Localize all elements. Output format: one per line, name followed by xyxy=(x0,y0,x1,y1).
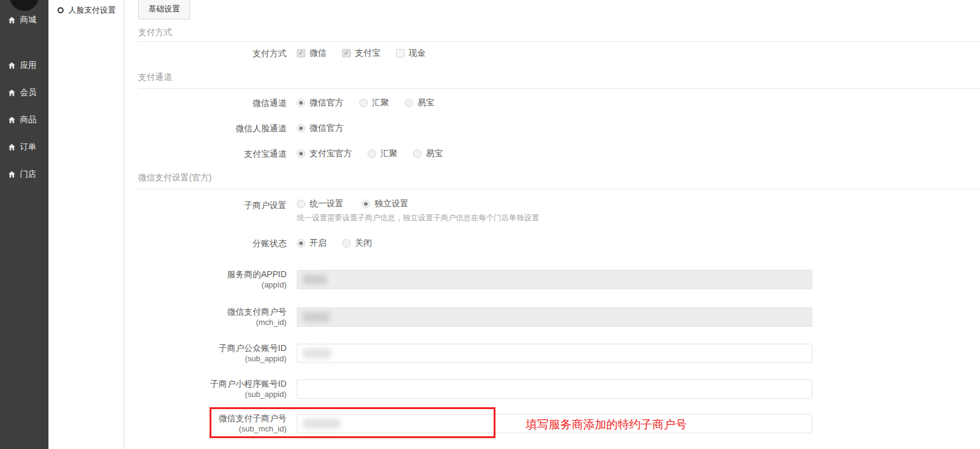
radio-unified-setting[interactable]: 统一设置 xyxy=(297,198,343,209)
home-icon xyxy=(8,171,16,179)
option-label: 支付宝 xyxy=(355,48,380,59)
section-title-wechat-official: 微信支付设置(官方) xyxy=(138,171,980,189)
option-label: 独立设置 xyxy=(374,198,408,209)
radio-yibao[interactable]: 易宝 xyxy=(413,148,443,159)
field-label: 微信支付商户号 (mch_id) xyxy=(138,306,297,328)
radio-alipay-official[interactable]: 支付宝官方 xyxy=(297,148,352,159)
field-key: (sub_appid) xyxy=(138,353,286,364)
option-label: 微信官方 xyxy=(310,97,343,108)
sidebar-item-goods[interactable]: 商品 xyxy=(0,114,48,126)
form-row-appid: 服务商的APPID (appId) xyxy=(138,269,980,290)
home-icon xyxy=(8,116,16,124)
home-icon xyxy=(8,143,16,151)
sidebar-item-mall[interactable]: 商城 xyxy=(0,14,48,26)
radio-selected-icon xyxy=(297,99,305,107)
radio-selected-icon xyxy=(362,200,370,208)
checkbox-wechat[interactable]: 微信 xyxy=(297,48,326,59)
app-root: 商城 应用 会员 商品 订单 门店 xyxy=(0,0,980,449)
option-label: 开启 xyxy=(310,238,326,249)
tab-basic-settings[interactable]: 基础设置 xyxy=(138,0,190,19)
field-label: 服务商的APPID (appId) xyxy=(138,269,297,290)
checkbox-cash[interactable]: 现金 xyxy=(396,48,426,59)
home-icon xyxy=(8,89,16,97)
option-label: 易宝 xyxy=(426,148,443,159)
option-label: 支付宝官方 xyxy=(310,148,352,159)
radio-huiju[interactable]: 汇聚 xyxy=(368,148,397,159)
primary-sidebar: 商城 应用 会员 商品 订单 门店 xyxy=(0,0,48,449)
option-label: 统一设置 xyxy=(310,198,343,209)
option-label: 关闭 xyxy=(355,238,372,249)
radio-yibao[interactable]: 易宝 xyxy=(405,97,434,108)
primary-nav: 商城 应用 会员 商品 订单 门店 xyxy=(0,0,48,180)
field-key: (mch_id) xyxy=(138,317,286,328)
form-row-split-status: 分账状态 开启 关闭 xyxy=(138,238,980,249)
radio-independent-setting[interactable]: 独立设置 xyxy=(362,198,408,209)
radio-unselected-icon xyxy=(342,239,351,247)
checkbox-unchecked-icon xyxy=(396,49,405,57)
field-key: (appId) xyxy=(138,280,286,290)
form-row-sub-appid-mini: 子商户小程序账号ID (sub_appid) xyxy=(138,378,980,400)
form-row-sub-mch-id: 微信支付子商户号 (sub_mch_id) 填写服务商添加的特约子商户号 xyxy=(138,413,980,434)
mch-id-input xyxy=(297,307,812,327)
field-label: 微信通道 xyxy=(138,97,297,108)
radio-wechat-official[interactable]: 微信官方 xyxy=(297,123,343,134)
option-label: 现金 xyxy=(409,48,426,59)
radio-unselected-icon xyxy=(297,200,305,208)
radio-unselected-icon xyxy=(413,149,422,158)
field-label: 子商户设置 xyxy=(138,198,297,211)
submenu-item-label: 人脸支付设置 xyxy=(68,5,116,16)
option-label: 微信 xyxy=(310,48,326,59)
sidebar-item-label: 门店 xyxy=(20,169,36,180)
sidebar-item-label: 会员 xyxy=(20,87,36,98)
home-icon xyxy=(8,16,16,24)
field-label: 子商户公众账号ID (sub_appid) xyxy=(138,342,297,364)
sub-appid-mp-input[interactable] xyxy=(297,344,812,363)
sidebar-item-label: 商城 xyxy=(20,15,36,25)
sidebar-item-stores[interactable]: 门店 xyxy=(0,168,48,180)
section-title-pay-method: 支付方式 xyxy=(138,26,980,42)
tab-bar: 基础设置 xyxy=(138,0,980,18)
sidebar-item-orders[interactable]: 订单 xyxy=(0,141,48,153)
radio-split-on[interactable]: 开启 xyxy=(297,238,326,249)
radio-unselected-icon xyxy=(359,99,368,107)
form-row-sub-appid-mp: 子商户公众账号ID (sub_appid) xyxy=(138,342,980,364)
radio-selected-icon xyxy=(297,124,305,133)
field-key: (sub_appid) xyxy=(138,389,286,400)
main-content: 基础设置 支付方式 支付方式 微信 支付宝 现金 支付通道 xyxy=(124,0,980,449)
radio-huiju[interactable]: 汇聚 xyxy=(359,97,389,108)
radio-unselected-icon xyxy=(405,99,413,107)
sidebar-item-label: 订单 xyxy=(20,142,36,152)
annotation-text: 填写服务商添加的特约子商户号 xyxy=(526,417,687,433)
radio-unselected-icon xyxy=(368,149,376,158)
option-label: 汇聚 xyxy=(380,148,397,159)
field-key: (sub_mch_id) xyxy=(138,424,286,434)
secondary-sidebar: 人脸支付设置 xyxy=(48,0,124,449)
form-row-wechat-face-channel: 微信人脸通道 微信官方 xyxy=(138,123,980,134)
sidebar-item-apps[interactable]: 应用 xyxy=(0,59,48,71)
submenu-item-face-pay-settings[interactable]: 人脸支付设置 xyxy=(48,3,124,18)
sidebar-item-members[interactable]: 会员 xyxy=(0,87,48,99)
radio-split-off[interactable]: 关闭 xyxy=(342,238,372,249)
option-label: 易宝 xyxy=(417,97,434,108)
appid-input xyxy=(297,270,812,289)
field-label: 子商户小程序账号ID (sub_appid) xyxy=(138,378,297,400)
radio-selected-icon xyxy=(297,239,305,247)
circle-marker-icon xyxy=(58,7,64,13)
form-row-pay-method: 支付方式 微信 支付宝 现金 xyxy=(138,48,980,59)
checkbox-alipay[interactable]: 支付宝 xyxy=(342,48,380,59)
radio-wechat-official[interactable]: 微信官方 xyxy=(297,97,343,108)
sub-appid-mini-input[interactable] xyxy=(297,379,812,399)
help-text: 统一设置需要设置子商户信息，独立设置子商户信息在每个门店单独设置 xyxy=(297,213,539,223)
field-label: 支付方式 xyxy=(138,48,297,59)
section-title-pay-channel: 支付通道 xyxy=(138,71,980,89)
checkbox-checked-icon xyxy=(297,49,305,57)
field-label: 微信人脸通道 xyxy=(138,123,297,134)
option-label: 微信官方 xyxy=(310,123,343,134)
field-label: 支付宝通道 xyxy=(138,148,297,159)
radio-selected-icon xyxy=(297,149,305,158)
field-label: 分账状态 xyxy=(138,238,297,249)
form-row-wechat-channel: 微信通道 微信官方 汇聚 易宝 xyxy=(138,97,980,108)
sidebar-item-label: 商品 xyxy=(20,114,36,125)
option-label: 汇聚 xyxy=(372,97,389,108)
checkbox-checked-icon xyxy=(342,49,351,57)
